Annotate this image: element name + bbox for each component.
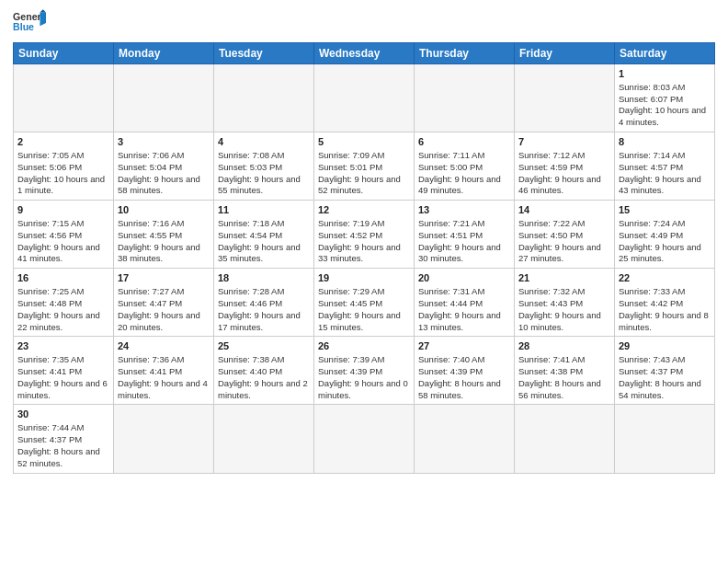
calendar-week-row: 23Sunrise: 7:35 AM Sunset: 4:41 PM Dayli… [14,337,715,405]
day-info: Sunrise: 7:32 AM Sunset: 4:43 PM Dayligh… [518,286,610,333]
calendar-day-cell [214,405,314,473]
calendar-day-cell: 30Sunrise: 7:44 AM Sunset: 4:37 PM Dayli… [14,405,114,473]
day-info: Sunrise: 7:28 AM Sunset: 4:46 PM Dayligh… [218,286,310,333]
day-info: Sunrise: 7:19 AM Sunset: 4:52 PM Dayligh… [318,218,410,265]
calendar-day-cell: 4Sunrise: 7:08 AM Sunset: 5:03 PM Daylig… [214,132,314,201]
calendar-header-friday: Friday [515,43,615,64]
calendar-week-row: 30Sunrise: 7:44 AM Sunset: 4:37 PM Dayli… [14,405,715,473]
calendar-day-cell: 29Sunrise: 7:43 AM Sunset: 4:37 PM Dayli… [615,337,715,405]
day-number: 29 [619,339,711,353]
day-info: Sunrise: 7:14 AM Sunset: 4:57 PM Dayligh… [619,150,711,197]
calendar-day-cell: 21Sunrise: 7:32 AM Sunset: 4:43 PM Dayli… [515,269,615,337]
day-info: Sunrise: 7:05 AM Sunset: 5:06 PM Dayligh… [17,150,109,197]
calendar-day-cell: 3Sunrise: 7:06 AM Sunset: 5:04 PM Daylig… [114,132,214,201]
calendar-day-cell: 22Sunrise: 7:33 AM Sunset: 4:42 PM Dayli… [615,269,715,337]
day-number: 28 [518,339,610,353]
day-number: 4 [218,135,310,149]
day-number: 11 [218,203,310,217]
day-number: 26 [318,339,410,353]
day-number: 12 [318,203,410,217]
day-number: 5 [318,135,410,149]
calendar-header-thursday: Thursday [415,43,515,64]
calendar-header-monday: Monday [114,43,214,64]
calendar-day-cell: 26Sunrise: 7:39 AM Sunset: 4:39 PM Dayli… [314,337,415,405]
day-info: Sunrise: 7:36 AM Sunset: 4:41 PM Dayligh… [118,354,210,401]
day-number: 16 [17,271,109,285]
day-info: Sunrise: 7:21 AM Sunset: 4:51 PM Dayligh… [418,218,510,265]
day-number: 8 [619,135,711,149]
day-info: Sunrise: 7:35 AM Sunset: 4:41 PM Dayligh… [17,354,109,401]
day-info: Sunrise: 7:44 AM Sunset: 4:37 PM Dayligh… [17,422,109,469]
calendar-day-cell: 25Sunrise: 7:38 AM Sunset: 4:40 PM Dayli… [214,337,314,405]
day-info: Sunrise: 7:22 AM Sunset: 4:50 PM Dayligh… [518,218,610,265]
calendar-day-cell: 23Sunrise: 7:35 AM Sunset: 4:41 PM Dayli… [14,337,114,405]
calendar-day-cell: 16Sunrise: 7:25 AM Sunset: 4:48 PM Dayli… [14,269,114,337]
calendar-day-cell: 9Sunrise: 7:15 AM Sunset: 4:56 PM Daylig… [14,201,114,269]
day-number: 19 [318,271,410,285]
calendar-day-cell [615,405,715,473]
calendar-day-cell: 15Sunrise: 7:24 AM Sunset: 4:49 PM Dayli… [615,201,715,269]
day-number: 20 [418,271,510,285]
page: General Blue SundayMondayTuesdayWednesda… [0,0,728,563]
day-number: 30 [17,408,109,421]
calendar-week-row: 1Sunrise: 8:03 AM Sunset: 6:07 PM Daylig… [14,64,715,132]
day-number: 21 [518,271,610,285]
day-info: Sunrise: 7:11 AM Sunset: 5:00 PM Dayligh… [418,150,510,197]
calendar-day-cell [314,64,415,132]
day-number: 22 [619,271,711,285]
calendar-day-cell: 5Sunrise: 7:09 AM Sunset: 5:01 PM Daylig… [314,132,415,201]
day-number: 15 [619,203,711,217]
calendar-day-cell: 17Sunrise: 7:27 AM Sunset: 4:47 PM Dayli… [114,269,214,337]
calendar-header-wednesday: Wednesday [314,43,415,64]
calendar-day-cell: 2Sunrise: 7:05 AM Sunset: 5:06 PM Daylig… [14,132,114,201]
day-info: Sunrise: 7:31 AM Sunset: 4:44 PM Dayligh… [418,286,510,333]
calendar-day-cell: 19Sunrise: 7:29 AM Sunset: 4:45 PM Dayli… [314,269,415,337]
day-info: Sunrise: 7:24 AM Sunset: 4:49 PM Dayligh… [619,218,711,265]
day-info: Sunrise: 7:27 AM Sunset: 4:47 PM Dayligh… [118,286,210,333]
calendar-header-sunday: Sunday [14,43,114,64]
calendar-day-cell: 6Sunrise: 7:11 AM Sunset: 5:00 PM Daylig… [415,132,515,201]
logo: General Blue [13,9,46,37]
calendar-day-cell: 7Sunrise: 7:12 AM Sunset: 4:59 PM Daylig… [515,132,615,201]
day-number: 25 [218,339,310,353]
calendar-day-cell [415,64,515,132]
calendar-day-cell: 14Sunrise: 7:22 AM Sunset: 4:50 PM Dayli… [515,201,615,269]
day-info: Sunrise: 7:38 AM Sunset: 4:40 PM Dayligh… [218,354,310,401]
day-info: Sunrise: 7:18 AM Sunset: 4:54 PM Dayligh… [218,218,310,265]
day-number: 27 [418,339,510,353]
calendar-header-tuesday: Tuesday [214,43,314,64]
calendar-day-cell [314,405,415,473]
day-info: Sunrise: 7:09 AM Sunset: 5:01 PM Dayligh… [318,150,410,197]
day-number: 6 [418,135,510,149]
calendar-table: SundayMondayTuesdayWednesdayThursdayFrid… [13,42,715,474]
calendar-header-row: SundayMondayTuesdayWednesdayThursdayFrid… [14,43,715,64]
day-info: Sunrise: 7:25 AM Sunset: 4:48 PM Dayligh… [17,286,109,333]
generalblue-logo-icon: General Blue [13,9,46,37]
day-info: Sunrise: 7:43 AM Sunset: 4:37 PM Dayligh… [619,354,711,401]
day-number: 7 [518,135,610,149]
day-info: Sunrise: 7:39 AM Sunset: 4:39 PM Dayligh… [318,354,410,401]
calendar-day-cell: 12Sunrise: 7:19 AM Sunset: 4:52 PM Dayli… [314,201,415,269]
day-number: 10 [118,203,210,217]
calendar-header-saturday: Saturday [615,43,715,64]
day-info: Sunrise: 8:03 AM Sunset: 6:07 PM Dayligh… [619,82,711,129]
header: General Blue [13,9,715,37]
day-number: 17 [118,271,210,285]
day-number: 1 [619,67,711,81]
calendar-day-cell: 11Sunrise: 7:18 AM Sunset: 4:54 PM Dayli… [214,201,314,269]
day-info: Sunrise: 7:33 AM Sunset: 4:42 PM Dayligh… [619,286,711,333]
day-info: Sunrise: 7:29 AM Sunset: 4:45 PM Dayligh… [318,286,410,333]
calendar-day-cell [515,64,615,132]
day-number: 18 [218,271,310,285]
calendar-day-cell [515,405,615,473]
day-number: 13 [418,203,510,217]
day-number: 23 [17,339,109,353]
calendar-week-row: 2Sunrise: 7:05 AM Sunset: 5:06 PM Daylig… [14,132,715,201]
svg-text:Blue: Blue [13,21,34,32]
calendar-day-cell: 20Sunrise: 7:31 AM Sunset: 4:44 PM Dayli… [415,269,515,337]
calendar-day-cell: 27Sunrise: 7:40 AM Sunset: 4:39 PM Dayli… [415,337,515,405]
calendar-day-cell: 10Sunrise: 7:16 AM Sunset: 4:55 PM Dayli… [114,201,214,269]
calendar-day-cell: 13Sunrise: 7:21 AM Sunset: 4:51 PM Dayli… [415,201,515,269]
day-info: Sunrise: 7:40 AM Sunset: 4:39 PM Dayligh… [418,354,510,401]
day-info: Sunrise: 7:16 AM Sunset: 4:55 PM Dayligh… [118,218,210,265]
